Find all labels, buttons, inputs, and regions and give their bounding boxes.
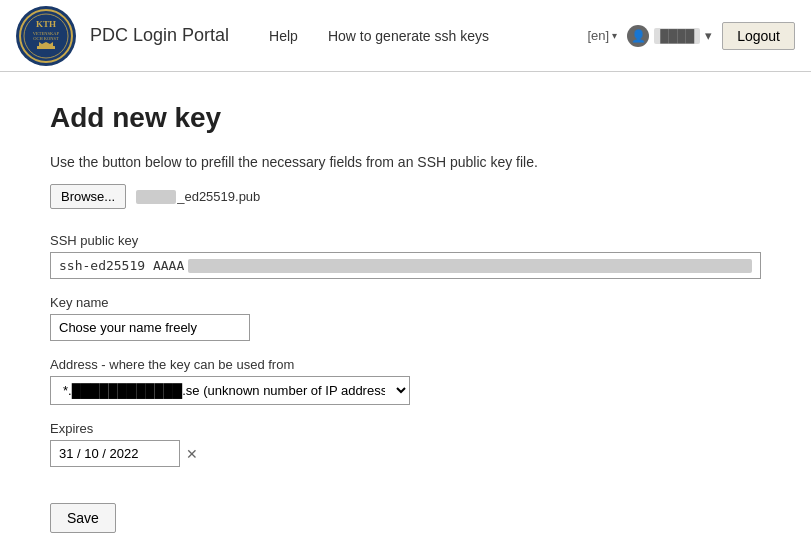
expires-row: ✕ <box>50 440 761 467</box>
expires-label: Expires <box>50 421 761 436</box>
chevron-down-icon: ▾ <box>612 30 617 41</box>
address-label: Address - where the key can be used from <box>50 357 761 372</box>
svg-rect-5 <box>37 46 55 49</box>
kth-logo-icon: KTH VETENSKAP OCH KONST <box>19 9 73 63</box>
nav-ssh-guide[interactable]: How to generate ssh keys <box>328 28 489 44</box>
ssh-key-redacted <box>188 259 752 273</box>
header-right: [en] ▾ 👤 ████ ▾ Logout <box>587 22 795 50</box>
expires-section: Expires ✕ <box>50 421 761 467</box>
ssh-key-display: ssh-ed25519 AAAA <box>50 252 761 279</box>
address-section: Address - where the key can be used from… <box>50 357 761 405</box>
ssh-key-prefix: ssh-ed25519 AAAA <box>59 258 184 273</box>
main-nav: Help How to generate ssh keys <box>269 28 587 44</box>
logout-button[interactable]: Logout <box>722 22 795 50</box>
key-name-section: Key name <box>50 295 761 341</box>
file-name-redacted <box>136 190 176 204</box>
help-text: Use the button below to prefill the nece… <box>50 154 761 170</box>
address-select[interactable]: *.████████████.se (unknown number of IP … <box>50 376 410 405</box>
logo-container: KTH VETENSKAP OCH KONST <box>16 6 76 66</box>
save-button[interactable]: Save <box>50 503 116 533</box>
expires-input[interactable] <box>50 440 180 467</box>
key-name-label: Key name <box>50 295 761 310</box>
app-title: PDC Login Portal <box>90 25 229 46</box>
svg-text:OCH KONST: OCH KONST <box>33 36 59 41</box>
browse-button[interactable]: Browse... <box>50 184 126 209</box>
ssh-key-section: SSH public key ssh-ed25519 AAAA <box>50 233 761 279</box>
page-title: Add new key <box>50 102 761 134</box>
browse-row: Browse... _ed25519.pub <box>50 184 761 209</box>
ssh-key-label: SSH public key <box>50 233 761 248</box>
user-chevron-icon: ▾ <box>705 28 712 43</box>
key-name-input[interactable] <box>50 314 250 341</box>
header: KTH VETENSKAP OCH KONST PDC Login Portal… <box>0 0 811 72</box>
main-content: Add new key Use the button below to pref… <box>0 72 811 558</box>
nav-help[interactable]: Help <box>269 28 298 44</box>
file-name-display: _ed25519.pub <box>136 189 260 205</box>
lang-label: [en] <box>587 28 609 43</box>
language-selector[interactable]: [en] ▾ <box>587 28 617 43</box>
user-name: ████ <box>654 28 700 44</box>
clear-date-icon[interactable]: ✕ <box>186 446 198 462</box>
user-section: 👤 ████ ▾ <box>627 25 712 47</box>
svg-text:KTH: KTH <box>36 19 56 29</box>
file-name-suffix: _ed25519.pub <box>177 189 260 204</box>
user-avatar-icon: 👤 <box>627 25 649 47</box>
